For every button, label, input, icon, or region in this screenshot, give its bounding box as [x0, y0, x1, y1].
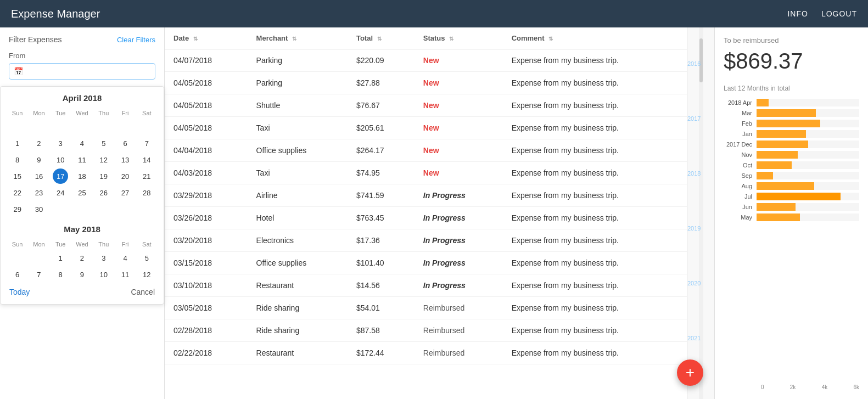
- bar-fill: [757, 182, 814, 190]
- cal-day[interactable]: 6: [10, 267, 25, 282]
- cal-day[interactable]: 25: [74, 185, 89, 200]
- table-row[interactable]: 04/04/2018 Office supplies $264.17 New E…: [165, 139, 687, 162]
- cal-day-header: Mon: [29, 108, 49, 118]
- scrollbar-track[interactable]: [699, 27, 703, 399]
- cell-status: In Progress: [415, 274, 503, 297]
- today-button[interactable]: Today: [9, 288, 30, 296]
- table-row[interactable]: 03/20/2018 Electronics $17.36 In Progres…: [165, 229, 687, 252]
- col-date[interactable]: Date ⇅: [165, 27, 248, 49]
- cal-day[interactable]: 9: [74, 267, 89, 282]
- cell-date: 04/05/2018: [165, 72, 248, 94]
- table-row[interactable]: 03/15/2018 Office supplies $101.40 In Pr…: [165, 252, 687, 274]
- cal-day[interactable]: 11: [74, 152, 89, 167]
- table-row[interactable]: 03/29/2018 Airline $741.59 In Progress E…: [165, 184, 687, 207]
- cell-merchant: Taxi: [248, 117, 348, 139]
- cal-day[interactable]: 11: [117, 267, 133, 282]
- col-merchant[interactable]: Merchant ⇅: [248, 27, 348, 49]
- table-row[interactable]: 03/26/2018 Hotel $763.45 In Progress Exp…: [165, 207, 687, 229]
- table-row[interactable]: 04/05/2018 Taxi $205.61 New Expense from…: [165, 117, 687, 139]
- cell-merchant: Parking: [248, 49, 348, 72]
- cal-day[interactable]: 29: [10, 201, 25, 217]
- cal-day-header: Tue: [51, 108, 71, 118]
- cal-day[interactable]: 7: [139, 136, 154, 151]
- cal-day[interactable]: 1: [10, 136, 25, 151]
- cell-date: 04/05/2018: [165, 94, 248, 117]
- cell-comment: Expense from my business trip.: [503, 139, 687, 162]
- cell-status: In Progress: [415, 207, 503, 229]
- cal-day[interactable]: 12: [139, 267, 154, 282]
- cal-day[interactable]: 19: [96, 168, 111, 184]
- cal-day[interactable]: 17: [53, 168, 68, 184]
- table-row[interactable]: 04/03/2018 Taxi $74.95 New Expense from …: [165, 162, 687, 184]
- col-total[interactable]: Total ⇅: [348, 27, 415, 49]
- bar-label: Nov: [724, 151, 757, 158]
- cell-status: In Progress: [415, 252, 503, 274]
- add-expense-fab[interactable]: +: [677, 359, 703, 386]
- cell-comment: Expense from my business trip.: [503, 49, 687, 72]
- year-marker: 2018: [687, 170, 701, 177]
- bar-row: 2017 Dec: [724, 141, 859, 148]
- table-row[interactable]: 04/05/2018 Parking $27.88 New Expense fr…: [165, 72, 687, 94]
- cal-day[interactable]: 28: [139, 185, 154, 200]
- cell-merchant: Ride sharing: [248, 319, 348, 342]
- cal-day[interactable]: 8: [10, 152, 25, 167]
- cal-day[interactable]: 15: [10, 168, 25, 184]
- cal-day[interactable]: 2: [74, 250, 89, 266]
- cal-day[interactable]: 20: [117, 168, 133, 184]
- cal-day[interactable]: 27: [117, 185, 133, 200]
- cal-day[interactable]: 22: [10, 185, 25, 200]
- table-row[interactable]: 03/10/2018 Restaurant $14.56 In Progress…: [165, 274, 687, 297]
- cal-day[interactable]: 14: [139, 152, 154, 167]
- table-row[interactable]: 04/07/2018 Parking $220.09 New Expense f…: [165, 49, 687, 72]
- logout-nav[interactable]: LOGOUT: [821, 9, 857, 18]
- table-row[interactable]: 02/22/2018 Restaurant $172.44 Reimbursed…: [165, 342, 687, 364]
- bar-fill: [757, 172, 773, 179]
- cal-day[interactable]: 5: [139, 250, 154, 266]
- cell-status: Reimbursed: [415, 319, 503, 342]
- cal-day[interactable]: 3: [96, 250, 111, 266]
- from-date-input[interactable]: [26, 67, 150, 76]
- table-row[interactable]: 04/05/2018 Shuttle $76.67 New Expense fr…: [165, 94, 687, 117]
- cal-day[interactable]: 2: [31, 136, 47, 151]
- filter-title: Filter Expenses: [9, 35, 61, 44]
- table-row[interactable]: 02/28/2018 Ride sharing $87.58 Reimburse…: [165, 319, 687, 342]
- info-nav[interactable]: INFO: [787, 9, 808, 18]
- cal-day[interactable]: 9: [31, 152, 47, 167]
- xaxis-0: 0: [761, 384, 764, 390]
- cal-day[interactable]: 6: [117, 136, 133, 151]
- cal-day[interactable]: 18: [74, 168, 89, 184]
- cal-day-header: Sat: [137, 239, 157, 249]
- cal-day[interactable]: 3: [53, 136, 68, 151]
- scrollbar-area: 201620172018201920202021: [687, 27, 714, 399]
- cell-merchant: Restaurant: [248, 342, 348, 364]
- expense-table: Date ⇅ Merchant ⇅ Total ⇅ Status: [165, 27, 687, 364]
- cal-day[interactable]: 30: [31, 201, 47, 217]
- cal-day[interactable]: 26: [96, 185, 111, 200]
- cal-day[interactable]: 8: [53, 267, 68, 282]
- cal-day[interactable]: 12: [96, 152, 111, 167]
- cancel-button[interactable]: Cancel: [131, 288, 155, 296]
- cal-day[interactable]: 4: [117, 250, 133, 266]
- cal-day[interactable]: 1: [53, 250, 68, 266]
- cal-day[interactable]: 4: [74, 136, 89, 151]
- col-comment[interactable]: Comment ⇅: [503, 27, 687, 49]
- cal-day[interactable]: 7: [31, 267, 47, 282]
- cal-day[interactable]: 13: [117, 152, 133, 167]
- table-row[interactable]: 03/05/2018 Ride sharing $54.01 Reimburse…: [165, 297, 687, 319]
- cal-day: [117, 119, 133, 134]
- cal-day[interactable]: 10: [96, 267, 111, 282]
- calendar-footer: Today Cancel: [7, 282, 157, 297]
- cal-day[interactable]: 24: [53, 185, 68, 200]
- cal-day[interactable]: 5: [96, 136, 111, 151]
- cal-day[interactable]: 16: [31, 168, 47, 184]
- cal-day[interactable]: 23: [31, 185, 47, 200]
- cal-day[interactable]: 10: [53, 152, 68, 167]
- cell-total: $763.45: [348, 207, 415, 229]
- cal-day[interactable]: 21: [139, 168, 154, 184]
- clear-filters-button[interactable]: Clear Filters: [117, 36, 155, 44]
- cell-merchant: Office supplies: [248, 252, 348, 274]
- col-status[interactable]: Status ⇅: [415, 27, 503, 49]
- cell-comment: Expense from my business trip.: [503, 72, 687, 94]
- bar-label: Oct: [724, 162, 757, 168]
- cell-comment: Expense from my business trip.: [503, 319, 687, 342]
